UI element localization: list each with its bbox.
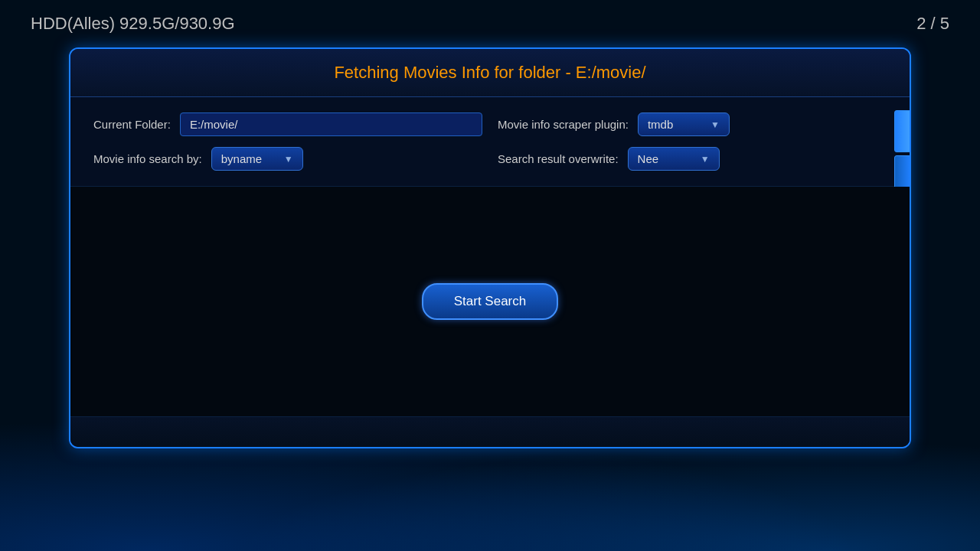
search-by-select[interactable]: byname ▼ [211, 147, 303, 171]
hdd-label: HDD(Alles) 929.5G/930.9G [31, 14, 235, 34]
search-by-dropdown-icon: ▼ [284, 154, 293, 165]
search-by-value: byname [221, 152, 262, 165]
current-folder-label: Current Folder: [93, 118, 171, 131]
scraper-plugin-value: tmdb [648, 118, 673, 131]
overwrite-label: Search result overwrite: [498, 152, 619, 165]
dialog-title: Fetching Movies Info for folder - E:/mov… [84, 63, 896, 83]
title-bar: Fetching Movies Info for folder - E:/mov… [70, 49, 910, 97]
content-area: Start Search [70, 187, 910, 416]
main-dialog: Fetching Movies Info for folder - E:/mov… [69, 47, 911, 448]
overwrite-value: Nee [638, 152, 659, 165]
current-folder-row: Current Folder: [93, 112, 482, 136]
pagination-label: 2 / 5 [916, 14, 949, 34]
current-folder-input[interactable] [180, 112, 482, 136]
overwrite-row: Search result overwrite: Nee ▼ [498, 147, 887, 171]
scraper-plugin-row: Movie info scraper plugin: tmdb ▼ [498, 112, 887, 136]
scraper-plugin-label: Movie info scraper plugin: [498, 118, 629, 131]
search-by-row: Movie info search by: byname ▼ [93, 147, 482, 171]
side-tab-1[interactable] [894, 110, 911, 152]
start-search-button[interactable]: Start Search [422, 283, 559, 320]
form-section: Current Folder: Movie info scraper plugi… [70, 97, 910, 187]
overwrite-select[interactable]: Nee ▼ [628, 147, 720, 171]
overwrite-dropdown-icon: ▼ [701, 154, 710, 165]
scraper-plugin-select[interactable]: tmdb ▼ [638, 112, 730, 136]
search-by-label: Movie info search by: [93, 152, 202, 165]
scraper-plugin-dropdown-icon: ▼ [710, 119, 720, 130]
footer-bar [70, 416, 910, 447]
